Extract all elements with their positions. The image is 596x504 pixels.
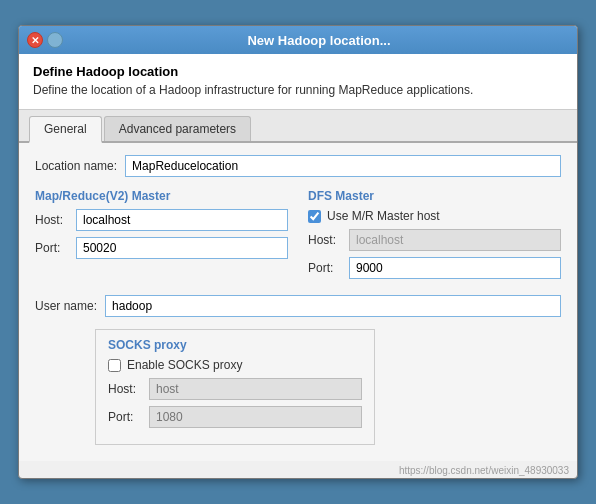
dfs-checkbox-row: Use M/R Master host [308,209,561,223]
tab-general[interactable]: General [29,116,102,143]
masters-section: Map/Reduce(V2) Master Host: Port: DFS Ma… [35,189,561,285]
mr-host-row: Host: [35,209,288,231]
socks-enable-row: Enable SOCKS proxy [108,358,362,372]
header-description: Define the location of a Hadoop infrastr… [33,83,563,97]
dfs-master-section: DFS Master Use M/R Master host Host: Por… [308,189,561,285]
socks-host-row: Host: [108,378,362,400]
socks-title: SOCKS proxy [108,338,362,352]
dfs-host-label: Host: [308,233,343,247]
main-window: ✕ New Hadoop location... Define Hadoop l… [18,25,578,479]
location-name-label: Location name: [35,159,117,173]
dfs-host-input[interactable] [349,229,561,251]
dfs-use-mr-host-checkbox[interactable] [308,210,321,223]
dfs-port-input[interactable] [349,257,561,279]
tab-advanced[interactable]: Advanced parameters [104,116,251,141]
location-name-row: Location name: [35,155,561,177]
user-name-row: User name: [35,295,561,317]
watermark: https://blog.csdn.net/weixin_48930033 [19,461,577,478]
socks-port-row: Port: [108,406,362,428]
mr-port-row: Port: [35,237,288,259]
socks-host-input[interactable] [149,378,362,400]
close-button[interactable]: ✕ [27,32,43,48]
header-title: Define Hadoop location [33,64,563,79]
socks-port-label: Port: [108,410,143,424]
minimize-button[interactable] [47,32,63,48]
mr-port-input[interactable] [76,237,288,259]
socks-enable-label: Enable SOCKS proxy [127,358,242,372]
mr-host-label: Host: [35,213,70,227]
tabs-bar: General Advanced parameters [19,110,577,143]
mr-section-title: Map/Reduce(V2) Master [35,189,288,203]
window-controls: ✕ [27,32,63,48]
user-name-input[interactable] [105,295,561,317]
socks-section: SOCKS proxy Enable SOCKS proxy Host: Por… [95,329,375,445]
socks-port-input[interactable] [149,406,362,428]
user-name-label: User name: [35,299,97,313]
location-name-input[interactable] [125,155,561,177]
dfs-port-row: Port: [308,257,561,279]
dfs-host-row: Host: [308,229,561,251]
mr-master-section: Map/Reduce(V2) Master Host: Port: [35,189,288,285]
mr-port-label: Port: [35,241,70,255]
tab-content: Location name: Map/Reduce(V2) Master Hos… [19,143,577,461]
header-section: Define Hadoop location Define the locati… [19,54,577,110]
dfs-port-label: Port: [308,261,343,275]
titlebar: ✕ New Hadoop location... [19,26,577,54]
dfs-section-title: DFS Master [308,189,561,203]
socks-host-label: Host: [108,382,143,396]
dfs-checkbox-label: Use M/R Master host [327,209,440,223]
socks-enable-checkbox[interactable] [108,359,121,372]
mr-host-input[interactable] [76,209,288,231]
window-title: New Hadoop location... [69,33,569,48]
